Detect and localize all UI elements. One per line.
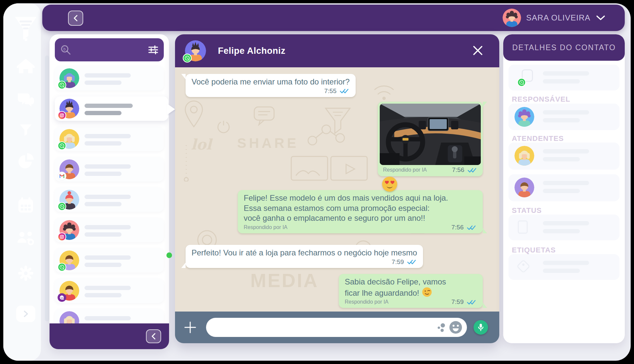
whatsapp-badge-icon — [57, 81, 66, 89]
whatsapp-badge-icon — [183, 53, 192, 63]
incoming-message: Perfeito! Vou ir até a loja para fecharm… — [186, 245, 423, 268]
read-receipt-icon — [340, 88, 350, 94]
rail-chats[interactable] — [17, 92, 35, 108]
contact-name-placeholder — [85, 255, 131, 260]
message-time: 7:59 — [392, 258, 404, 266]
atendente-avatar — [514, 146, 534, 166]
read-receipt-icon — [468, 167, 477, 173]
responsavel-card[interactable] — [509, 104, 619, 130]
chat-list-panel: b — [50, 34, 169, 349]
ai-reply-label: Respondido por IA — [244, 224, 288, 230]
message-input[interactable] — [215, 324, 436, 331]
responsavel-name-placeholder — [543, 110, 589, 115]
contact-name-placeholder — [85, 286, 131, 290]
filter-sliders-icon[interactable] — [148, 45, 158, 54]
chat-list-item[interactable] — [55, 157, 164, 182]
chat-list-item[interactable] — [55, 248, 164, 273]
read-receipt-icon — [467, 225, 477, 230]
rail-logo-funnel — [13, 16, 38, 43]
search-icon: b — [60, 44, 71, 55]
outgoing-message: Felipe! Esse modelo é um dos mais vendid… — [238, 190, 483, 233]
atendente-card[interactable] — [509, 174, 619, 201]
atendente-info-placeholder — [543, 157, 580, 161]
rail-calendar[interactable] — [17, 197, 34, 214]
atendente-name-placeholder — [543, 181, 589, 185]
status-card[interactable] — [509, 215, 619, 240]
chat-list-item[interactable] — [55, 187, 164, 212]
message-reaction-emoji[interactable] — [382, 176, 398, 192]
chat-list-item[interactable] — [55, 127, 164, 151]
chevron-down-icon[interactable] — [596, 15, 606, 21]
user-avatar — [503, 9, 521, 27]
contact-name-placeholder — [85, 104, 133, 108]
rail-home[interactable] — [17, 58, 35, 76]
message-text: Você poderia me enviar uma foto do inter… — [192, 77, 350, 87]
etiquetas-card[interactable] — [509, 254, 619, 280]
selected-chat-pointer — [167, 104, 175, 115]
contact-name-placeholder — [85, 73, 131, 78]
back-button[interactable] — [68, 11, 83, 26]
outgoing-message: Sabia decisão Felipe, vamos ficar lhe ag… — [339, 274, 483, 308]
current-user-menu[interactable]: SARA OLIVEIRA — [503, 9, 606, 27]
ai-reply-label: Respondido por IA — [345, 299, 389, 305]
chat-list-item[interactable] — [55, 66, 164, 90]
atendente-card[interactable] — [509, 143, 619, 170]
conversation-card: Felipe Alchoniz lol SHARE FOLLOW SOC MED… — [175, 34, 499, 343]
atendente-name-placeholder — [543, 149, 589, 153]
etiqueta-placeholder — [543, 261, 589, 265]
ai-reply-label: Respondido por IA — [383, 167, 427, 173]
etiqueta-placeholder — [543, 269, 580, 273]
rail-settings-gear[interactable] — [17, 265, 34, 282]
responsavel-info-placeholder — [543, 118, 580, 122]
contact-summary-card[interactable] — [509, 65, 619, 90]
contact-name-placeholder — [543, 71, 589, 76]
rail-filter-funnel[interactable] — [18, 123, 33, 137]
chat-list-item[interactable] — [55, 279, 164, 303]
microphone-button[interactable] — [474, 320, 488, 335]
emoji-smiley-icon[interactable] — [449, 321, 462, 334]
incoming-message: Você poderia me enviar uma foto do inter… — [186, 74, 356, 97]
rail-team-settings[interactable] — [16, 230, 35, 247]
chat-list-item[interactable] — [55, 96, 168, 121]
section-label-etiquetas: ETIQUETAS — [512, 246, 556, 254]
contact-name-placeholder — [85, 316, 131, 320]
chat-list-item[interactable] — [55, 218, 164, 242]
car-interior-photo[interactable] — [380, 104, 481, 165]
user-name: SARA OLIVEIRA — [526, 13, 590, 22]
message-time: 7:55 — [324, 87, 336, 95]
rail-expand-rail[interactable] — [16, 306, 35, 322]
contact-name: Felipe Alchoniz — [218, 46, 286, 56]
contact-info-placeholder — [543, 79, 580, 83]
top-bar: SARA OLIVEIRA — [42, 5, 625, 31]
details-header: DETALHES DO CONTATO — [503, 34, 625, 61]
collapse-list-button[interactable] — [146, 329, 161, 343]
message-composer — [175, 312, 499, 343]
contact-name-placeholder — [85, 134, 131, 138]
search-input[interactable] — [71, 46, 148, 54]
message-preview-placeholder — [85, 172, 122, 176]
whatsapp-badge-icon — [57, 141, 66, 150]
message-area: lol SHARE FOLLOW SOC MEDIA Você poderia … — [175, 67, 499, 312]
whatsapp-badge-icon — [57, 263, 66, 272]
message-text: Sabia decisão Felipe, vamos ficar lhe ag… — [345, 277, 477, 298]
contact-name-placeholder — [85, 195, 131, 199]
online-status-dot — [166, 252, 172, 258]
message-preview-placeholder — [85, 202, 122, 206]
assistant-dots-icon[interactable] — [436, 322, 446, 333]
gmail-badge-icon — [57, 172, 66, 181]
message-preview-placeholder — [85, 293, 122, 297]
attach-plus-icon[interactable] — [184, 321, 197, 334]
message-text: Felipe! Esse modelo é um dos mais vendid… — [244, 193, 477, 223]
status-icon — [518, 220, 528, 234]
message-preview-placeholder — [85, 111, 122, 115]
message-preview-placeholder — [85, 141, 122, 146]
search-bar[interactable]: b — [55, 38, 164, 61]
message-time: 7:59 — [451, 298, 464, 306]
outgoing-message: Respondido por IA7:56 — [378, 102, 483, 176]
contact-name-placeholder — [85, 225, 131, 229]
message-input-wrap[interactable] — [206, 318, 467, 337]
close-conversation-button[interactable] — [472, 45, 484, 57]
rail-pie-report[interactable] — [17, 152, 34, 170]
atendente-info-placeholder — [543, 189, 580, 193]
chat-list-scrollbar[interactable] — [45, 55, 49, 321]
